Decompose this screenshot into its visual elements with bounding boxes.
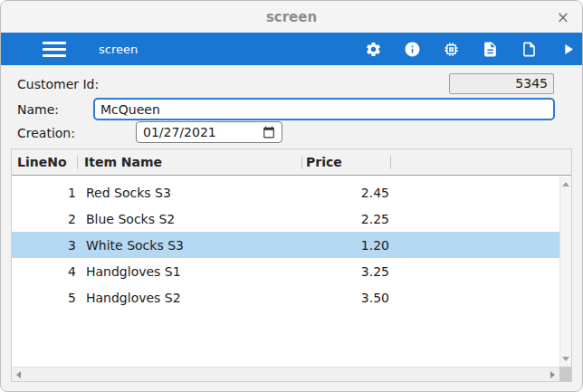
cell-price: 3.50 xyxy=(301,291,392,305)
calendar-icon[interactable] xyxy=(263,126,275,139)
cell-price: 3.25 xyxy=(301,264,392,279)
scrollbar-corner xyxy=(559,367,571,381)
cell-itemname: Handgloves S1 xyxy=(81,264,301,279)
document-text-icon[interactable] xyxy=(481,40,499,58)
creation-label: Creation: xyxy=(17,126,75,140)
scroll-right-icon[interactable] xyxy=(550,371,555,378)
window-title: screen xyxy=(266,9,317,25)
cell-lineno: 3 xyxy=(12,238,81,253)
table-row[interactable]: 2 Blue Socks S2 2.25 xyxy=(12,206,559,232)
table-row[interactable]: 1 Red Socks S3 2.45 xyxy=(12,179,559,206)
title-bar: screen × xyxy=(1,1,582,33)
document-blank-icon[interactable] xyxy=(520,40,538,58)
app-window: screen × screen xyxy=(0,0,583,392)
toolbar-app-label: screen xyxy=(99,43,138,56)
table-header: LineNo Item Name Price xyxy=(12,149,571,176)
table-row[interactable]: 4 Handgloves S1 3.25 xyxy=(12,258,559,284)
scroll-up-icon[interactable] xyxy=(562,182,569,186)
customer-id-field: 5345 xyxy=(449,73,554,94)
column-separator xyxy=(390,156,391,169)
settings-gear-icon[interactable] xyxy=(364,40,382,58)
cell-itemname: Blue Socks S2 xyxy=(81,212,301,226)
creation-date-value: 01/27/2021 xyxy=(143,125,263,139)
cell-lineno: 2 xyxy=(12,212,81,226)
cell-price: 2.25 xyxy=(301,212,392,226)
scroll-down-icon[interactable] xyxy=(562,357,569,361)
run-play-icon[interactable] xyxy=(559,40,577,58)
column-separator xyxy=(77,156,78,169)
creation-date-input[interactable]: 01/27/2021 xyxy=(136,121,282,143)
cell-itemname: Red Socks S3 xyxy=(81,186,301,200)
cell-lineno: 4 xyxy=(12,264,81,279)
horizontal-scrollbar[interactable] xyxy=(12,367,559,381)
cell-lineno: 1 xyxy=(12,186,81,200)
table-row[interactable]: 5 Handgloves S2 3.50 xyxy=(12,284,559,311)
customer-id-label: Customer Id: xyxy=(17,77,99,91)
toolbar: screen xyxy=(1,33,582,65)
column-header-price[interactable]: Price xyxy=(306,155,342,169)
cell-lineno: 5 xyxy=(12,291,81,305)
items-table: LineNo Item Name Price 1 Red Socks S3 2.… xyxy=(11,148,572,382)
scroll-left-icon[interactable] xyxy=(16,371,21,378)
table-row[interactable]: 3 White Socks S3 1.20 xyxy=(12,232,559,258)
cell-itemname: Handgloves S2 xyxy=(81,291,301,305)
form-area: Customer Id: 5345 Name: Creation: 01/27/… xyxy=(1,65,582,148)
column-separator xyxy=(301,156,302,169)
menu-icon[interactable] xyxy=(43,42,66,57)
table-body: 1 Red Socks S3 2.45 2 Blue Socks S2 2.25… xyxy=(12,177,559,367)
vertical-scrollbar[interactable] xyxy=(559,177,571,367)
cell-price: 1.20 xyxy=(301,238,392,253)
chip-icon[interactable] xyxy=(442,40,460,58)
info-icon[interactable] xyxy=(403,40,421,58)
name-label: Name: xyxy=(17,102,59,117)
cell-price: 2.45 xyxy=(301,186,392,200)
column-header-itemname[interactable]: Item Name xyxy=(84,155,162,169)
toolbar-actions xyxy=(364,40,577,58)
column-header-lineno[interactable]: LineNo xyxy=(17,155,67,169)
name-input[interactable] xyxy=(93,98,555,120)
close-icon[interactable]: × xyxy=(557,9,569,24)
cell-itemname: White Socks S3 xyxy=(81,238,301,253)
